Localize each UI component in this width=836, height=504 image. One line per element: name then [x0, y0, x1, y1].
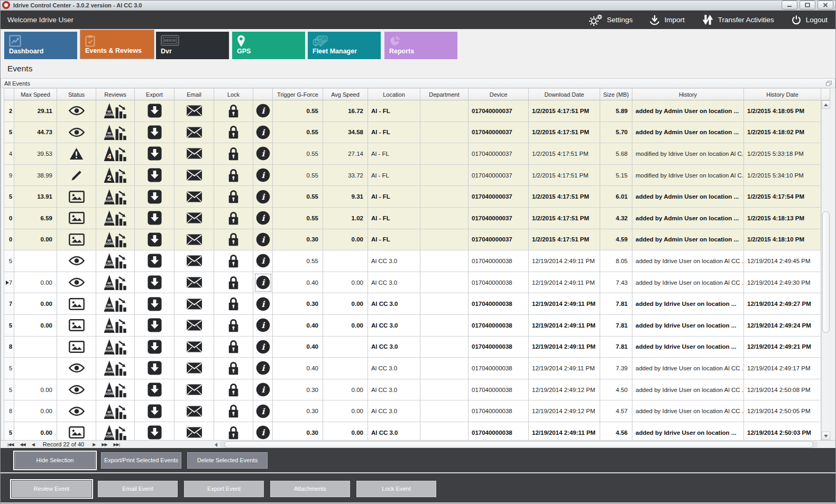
lock-cell[interactable]	[214, 400, 253, 422]
column-header-email[interactable]: Email	[174, 88, 214, 100]
reviews-cell[interactable]: NOSCORE	[96, 293, 135, 315]
export-cell[interactable]	[135, 379, 174, 401]
email-cell[interactable]	[174, 186, 214, 208]
reviews-cell[interactable]: NOSCORE	[96, 422, 135, 440]
lock-cell[interactable]	[214, 208, 253, 229]
table-row[interactable]: 50.00NOSCOREi0.300.00Al CC 3.00170400000…	[4, 379, 821, 401]
export-cell[interactable]	[135, 165, 174, 186]
email-cell[interactable]	[174, 122, 214, 144]
row-indicator-cell[interactable]: 8	[4, 400, 14, 422]
tab-dashboard[interactable]: Dashboard	[4, 32, 77, 59]
attachments-button[interactable]: Attachments	[270, 481, 350, 497]
row-indicator-cell[interactable]: 5	[4, 379, 14, 401]
column-header-blank[interactable]	[253, 88, 273, 100]
column-header-trigger-g-force[interactable]: Trigger G-Force	[273, 88, 323, 100]
email-cell[interactable]	[174, 358, 214, 379]
lock-cell[interactable]	[214, 186, 253, 208]
table-row[interactable]: 70.00NOSCOREi0.400.00Al CC 3.00170400000…	[4, 272, 821, 294]
row-indicator-cell[interactable]: 5	[4, 422, 14, 440]
row-indicator-cell[interactable]: 5	[4, 315, 14, 337]
email-cell[interactable]	[174, 315, 214, 337]
info-cell[interactable]: i	[253, 250, 273, 272]
prev-page-button[interactable]: ◀◀	[20, 442, 25, 447]
status-cell[interactable]	[57, 379, 96, 401]
scroll-down-button[interactable]	[822, 432, 830, 440]
export-cell[interactable]	[135, 122, 174, 144]
reviews-cell[interactable]: 2	[96, 165, 135, 186]
export-cell[interactable]	[135, 229, 174, 251]
transfer-activities-button[interactable]: Transfer Activities	[702, 14, 774, 25]
export-cell[interactable]	[135, 208, 174, 229]
row-indicator-cell[interactable]: 5	[4, 250, 14, 272]
lock-cell[interactable]	[214, 229, 253, 251]
info-cell[interactable]: i	[253, 293, 273, 315]
prev-record-button[interactable]: ◀	[32, 442, 34, 447]
next-record-button[interactable]: ▶	[93, 442, 95, 447]
row-indicator-cell[interactable]: 2	[4, 100, 14, 122]
lock-cell[interactable]	[214, 165, 253, 186]
close-button[interactable]	[817, 1, 833, 10]
lock-cell[interactable]	[214, 422, 253, 440]
column-header-size-mb[interactable]: Size (MB)	[600, 88, 632, 100]
review-event-button[interactable]: Review Event	[12, 481, 91, 497]
reviews-cell[interactable]: NOSCORE	[96, 186, 135, 208]
status-cell[interactable]	[57, 337, 96, 358]
delete-selected-events-button[interactable]: Delete Selected Events	[187, 452, 268, 469]
table-row[interactable]: 513.91NOSCOREi0.559.31Al - FL01704000003…	[4, 186, 821, 208]
table-row[interactable]: 5NOSCOREi0.55Al CC 3.001704000003812/19/…	[4, 250, 821, 272]
minimize-button[interactable]	[782, 1, 797, 10]
status-cell[interactable]	[57, 122, 96, 144]
status-cell[interactable]	[57, 315, 96, 337]
column-header-reviews[interactable]: Reviews	[96, 88, 135, 100]
lock-cell[interactable]	[214, 337, 253, 358]
scroll-up-button[interactable]	[822, 100, 830, 109]
lock-cell[interactable]	[214, 293, 253, 315]
export-cell[interactable]	[135, 337, 174, 358]
table-row[interactable]: 938.992i0.5533.72Al - FL0170400000371/2/…	[4, 165, 821, 186]
info-cell[interactable]: i	[253, 400, 273, 422]
email-event-button[interactable]: Email Event	[98, 481, 178, 497]
export-cell[interactable]	[135, 186, 174, 208]
export-cell[interactable]	[135, 250, 174, 272]
table-row[interactable]: 06.59NOSCOREi0.551.02Al - FL017040000037…	[4, 208, 821, 229]
lock-cell[interactable]	[214, 100, 253, 122]
export-cell[interactable]	[135, 358, 174, 379]
column-header-avg-speed[interactable]: Avg Speed	[323, 88, 368, 100]
status-cell[interactable]	[57, 272, 96, 294]
status-cell[interactable]	[57, 229, 96, 251]
table-row[interactable]: 5NOSCOREi0.40Al CC 3.001704000003812/19/…	[4, 358, 821, 379]
email-cell[interactable]	[174, 229, 214, 251]
info-cell[interactable]: i	[253, 186, 273, 208]
status-cell[interactable]	[57, 250, 96, 272]
row-indicator-cell[interactable]: 0	[4, 229, 14, 251]
status-cell[interactable]	[57, 143, 96, 165]
row-indicator-cell[interactable]: 5	[4, 358, 14, 379]
maximize-button[interactable]	[800, 1, 815, 10]
column-header-device[interactable]: Device	[468, 88, 529, 100]
next-page-button[interactable]: ▶▶	[102, 442, 107, 447]
column-header-history-date[interactable]: History Date	[744, 88, 821, 100]
lock-cell[interactable]	[214, 379, 253, 401]
export-cell[interactable]	[135, 400, 174, 422]
reviews-cell[interactable]: NOSCORE	[96, 122, 135, 144]
tab-reports[interactable]: Reports	[384, 32, 457, 59]
tab-gps[interactable]: GPS	[232, 32, 305, 59]
lock-cell[interactable]	[214, 122, 253, 144]
info-cell[interactable]: i	[253, 272, 273, 294]
column-header-export[interactable]: Export	[135, 88, 174, 100]
table-row[interactable]: 00.00NOSCOREi0.300.00Al - FL017040000037…	[4, 229, 821, 251]
logout-button[interactable]: Logout	[791, 15, 828, 25]
info-cell[interactable]: i	[253, 379, 273, 401]
reviews-cell[interactable]: NOSCORE	[96, 379, 135, 401]
last-record-button[interactable]: ▶▶|	[114, 442, 120, 447]
export-cell[interactable]	[135, 143, 174, 165]
table-row[interactable]: 80.00NOSCOREi0.300.00Al CC 3.00170400000…	[4, 400, 821, 422]
row-indicator-cell[interactable]: 5	[4, 122, 14, 144]
email-cell[interactable]	[174, 337, 214, 358]
titlebar[interactable]: Idrive Control Center - 3.0.2 version - …	[0, 0, 836, 11]
email-cell[interactable]	[174, 250, 214, 272]
email-cell[interactable]	[174, 208, 214, 229]
export-cell[interactable]	[135, 315, 174, 337]
lock-event-button[interactable]: Lock Event	[356, 481, 436, 497]
lock-cell[interactable]	[214, 143, 253, 165]
